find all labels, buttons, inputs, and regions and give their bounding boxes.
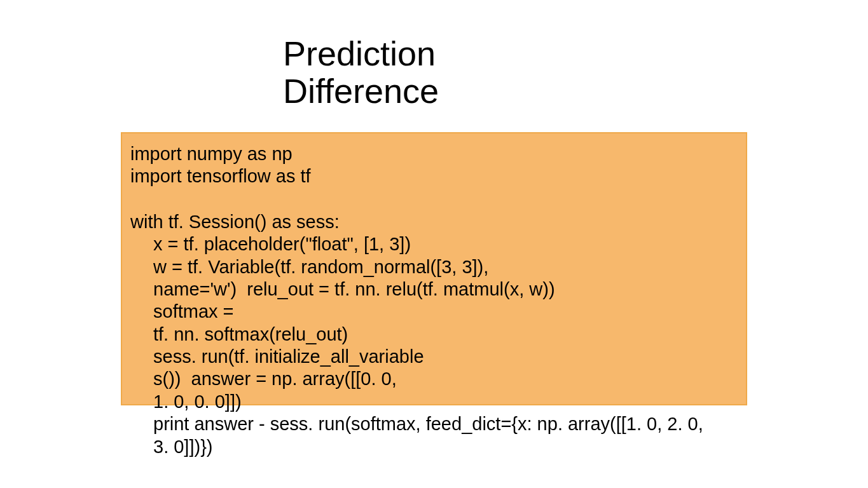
code-line: s()) answer = np. array([[0. 0, (130, 368, 754, 390)
code-line: print answer - sess. run(softmax, feed_d… (130, 413, 754, 435)
title-line-1: Prediction (283, 34, 436, 72)
code-line: 1. 0, 0. 0]]) (130, 391, 754, 413)
code-line: sess. run(tf. initialize_all_variable (130, 346, 754, 368)
code-line: import numpy as np (130, 143, 754, 165)
code-line: 3. 0]])}) (130, 436, 754, 458)
slide: Prediction Difference import numpy as np… (0, 0, 868, 488)
title-line-2: Difference (283, 72, 439, 110)
code-line: x = tf. placeholder("float", [1, 3]) (130, 233, 754, 255)
code-line: import tensorflow as tf (130, 165, 754, 187)
code-line: with tf. Session() as sess: (130, 211, 754, 233)
code-line: w = tf. Variable(tf. random_normal([3, 3… (130, 256, 754, 278)
blank-line (130, 188, 754, 211)
code-area: import numpy as np import tensorflow as … (130, 143, 754, 458)
code-line: tf. nn. softmax(relu_out) (130, 323, 754, 346)
code-line: name='w') relu_out = tf. nn. relu(tf. ma… (130, 278, 754, 301)
code-line: softmax = (130, 301, 754, 323)
slide-title: Prediction Difference (283, 35, 439, 111)
